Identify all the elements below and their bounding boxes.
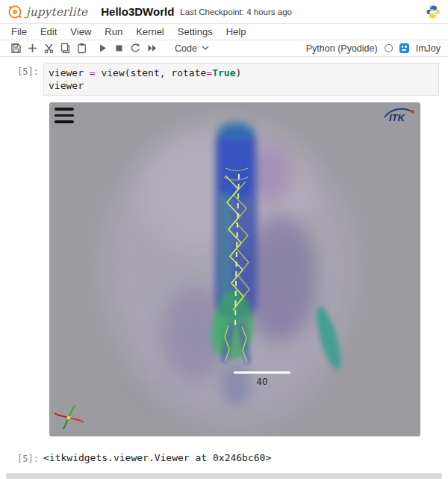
menu-bar: File Edit View Run Kernel Settings Help <box>0 24 448 40</box>
code-line-2: viewer <box>49 79 434 92</box>
kernel-name-label[interactable]: Python (Pyodide) <box>306 43 378 54</box>
add-cell-icon[interactable] <box>24 41 40 56</box>
menu-edit[interactable]: Edit <box>34 26 63 37</box>
code-line-1: viewer = view(stent, rotate=True) <box>49 67 434 79</box>
code-cell: [5]: viewer = view(stent, rotate=True) v… <box>0 63 448 96</box>
paste-icon[interactable] <box>73 41 90 56</box>
menu-view[interactable]: View <box>63 26 98 37</box>
scale-bar-label: 40 <box>234 377 290 387</box>
copy-icon[interactable] <box>57 41 73 56</box>
checkpoint-label: Last Checkpoint: 4 hours ago <box>180 7 292 16</box>
imjoy-icon[interactable] <box>399 43 409 53</box>
svg-text:ITK: ITK <box>389 112 406 123</box>
jupyterlite-app: jupyterlite Hello3DWorld Last Checkpoint… <box>0 0 448 479</box>
scale-bar-line <box>234 371 290 374</box>
output-prompt: [5]: <box>0 450 43 464</box>
input-prompt: [5]: <box>0 63 43 96</box>
itk-3d-viewer-canvas[interactable]: ITK 40 <box>49 102 420 436</box>
menu-settings[interactable]: Settings <box>171 26 220 37</box>
chevron-down-icon <box>202 46 209 51</box>
run-all-icon[interactable] <box>143 41 160 56</box>
title-bar: jupyterlite Hello3DWorld Last Checkpoint… <box>0 0 448 24</box>
orientation-axes-icon[interactable] <box>52 404 85 433</box>
menu-run[interactable]: Run <box>98 26 129 37</box>
run-icon[interactable] <box>94 41 111 56</box>
menu-kernel[interactable]: Kernel <box>129 26 171 37</box>
notebook-toolbar: Code Python (Pyodide) ImJoy <box>0 40 448 57</box>
jupyterlite-logo <box>7 4 22 19</box>
restart-kernel-icon[interactable] <box>127 41 143 56</box>
cut-icon[interactable] <box>40 41 57 56</box>
menu-help[interactable]: Help <box>220 26 253 37</box>
notebook-panel: [5]: viewer = view(stent, rotate=True) v… <box>0 57 448 479</box>
menu-file[interactable]: File <box>4 26 34 37</box>
output-area: [5]: <itkwidgets.viewer.Viewer at 0x246b… <box>0 450 448 464</box>
output-repr: <itkwidgets.viewer.Viewer at 0x246bc60> <box>43 450 271 464</box>
notebook-title[interactable]: Hello3DWorld <box>101 5 174 18</box>
imjoy-label[interactable]: ImJoy <box>416 43 441 54</box>
stop-icon[interactable] <box>111 41 127 56</box>
kernel-status-icon[interactable] <box>385 44 393 52</box>
scale-bar: 40 <box>234 371 290 387</box>
horizontal-scrollbar[interactable] <box>6 473 442 479</box>
itk-logo[interactable]: ITK <box>382 105 416 125</box>
viewer-menu-icon[interactable] <box>55 108 74 123</box>
save-icon[interactable] <box>7 41 24 56</box>
cell-type-dropdown[interactable]: Code <box>170 43 214 55</box>
cell-type-label: Code <box>175 43 197 54</box>
python-logo <box>426 4 441 19</box>
code-editor[interactable]: viewer = view(stent, rotate=True) viewer <box>43 63 439 96</box>
brand-label: jupyterlite <box>26 5 87 19</box>
